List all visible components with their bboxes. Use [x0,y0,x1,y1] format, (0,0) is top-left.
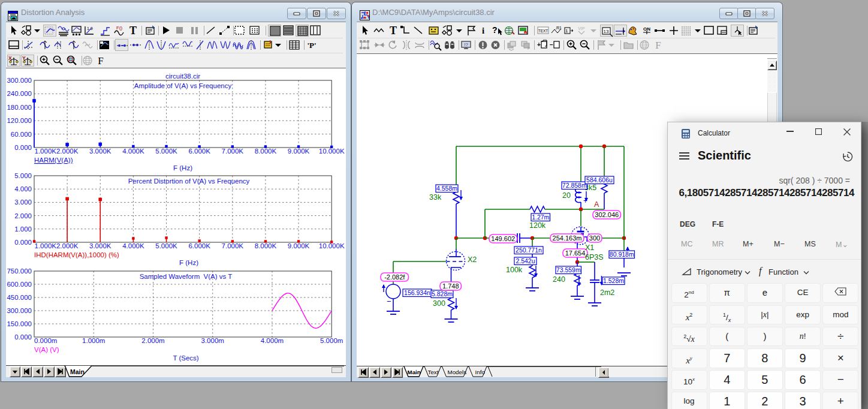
svg-text:120.000: 120.000 [7,117,32,124]
svg-text:300: 300 [433,299,445,308]
svg-text:X2: X2 [468,255,477,264]
svg-text:584.606u: 584.606u [586,176,613,184]
svg-text:1.000: 1.000 [14,225,32,233]
svg-text:750.000: 750.000 [7,267,32,275]
svg-text:−: − [387,297,391,306]
svg-text:6.000K: 6.000K [188,242,210,249]
svg-text:2.000K: 2.000K [56,148,79,155]
svg-text:2.542u: 2.542u [516,257,535,264]
svg-text:HARM(V(A)): HARM(V(A)) [34,157,73,164]
svg-text:F: F [655,40,661,51]
svg-text:302.046: 302.046 [595,211,619,218]
svg-text:F(): F() [116,25,123,31]
svg-text:300.000: 300.000 [7,77,32,84]
svg-text:−: − [550,41,553,48]
svg-text:1.27m: 1.27m [532,213,549,221]
svg-text:5.000m: 5.000m [320,337,343,344]
svg-text:250.771n: 250.771n [516,246,542,254]
svg-text:80.918m: 80.918m [610,251,634,258]
svg-text:TEXT: TEXT [538,29,548,33]
svg-text:120k: 120k [529,221,546,230]
svg-text:!?: !? [464,42,468,47]
svg-text:150.000: 150.000 [7,320,32,327]
svg-text:73.559m: 73.559m [556,266,581,273]
svg-text:10.000K: 10.000K [319,242,345,249]
svg-text:8.000K: 8.000K [255,242,277,249]
svg-text:3.000K: 3.000K [89,148,111,155]
svg-text:5.000: 5.000 [14,172,32,179]
svg-text:100k: 100k [506,266,523,274]
svg-text:9.000K: 9.000K [288,148,310,155]
svg-text:5.000K: 5.000K [155,242,177,249]
svg-text:17.654: 17.654 [565,249,586,257]
svg-text:4.000m: 4.000m [261,337,284,344]
svg-text:V(A) (V): V(A) (V) [34,346,59,353]
svg-text:4.000K: 4.000K [122,148,144,155]
svg-text:450.000: 450.000 [7,294,32,301]
svg-text:4.000K: 4.000K [122,242,144,249]
svg-text:IHD(HARM(V(A)),1000) (%): IHD(HARM(V(A)),1000) (%) [34,251,119,258]
svg-text:X1: X1 [585,243,594,252]
svg-text:600.000: 600.000 [7,281,32,288]
svg-text:7.000K: 7.000K [222,148,244,155]
svg-text:1.748: 1.748 [442,282,459,290]
svg-text:i: i [482,26,484,35]
svg-text:Amplitude of V(A) vs Frequency: Amplitude of V(A) vs Frequency [134,82,232,89]
svg-text:F: F [98,55,103,67]
svg-text:A: A [594,200,599,209]
svg-text:Text: Text [428,369,439,375]
svg-text:60.000: 60.000 [11,131,32,138]
svg-text:72.858m: 72.858m [562,182,587,189]
svg-text:0.000: 0.000 [14,333,32,341]
svg-text:240.000: 240.000 [7,90,32,97]
svg-text:1.000m: 1.000m [82,337,105,344]
svg-text:13: 13 [604,29,609,34]
svg-text:T: T [129,25,137,37]
svg-text:?: ? [492,25,498,35]
svg-text:1: 1 [565,28,568,34]
svg-text:240: 240 [553,275,565,284]
svg-text:.R1: .R1 [555,26,562,30]
svg-text:Main: Main [70,368,85,375]
svg-text:3.000: 3.000 [14,199,32,206]
svg-text:Main: Main [408,369,421,375]
svg-text:254.163m: 254.163m [553,234,582,242]
svg-text:0.000: 0.000 [14,239,32,246]
svg-text:Percent Distortion of V(A) vs: Percent Distortion of V(A) vs Frequency [128,178,250,185]
svg-text:VIP: VIP [578,26,585,31]
svg-text:T: T [390,25,397,37]
svg-text:Info: Info [475,369,486,375]
svg-text:33k: 33k [429,193,442,202]
svg-text:'P': 'P' [307,41,316,50]
svg-text:Models: Models [448,369,467,375]
svg-text:2.000m: 2.000m [141,337,164,344]
svg-text:3.000K: 3.000K [89,242,111,249]
svg-text:3.000m: 3.000m [201,337,224,344]
svg-text:2.000: 2.000 [14,212,32,219]
svg-text:300.000: 300.000 [7,307,32,314]
svg-text:156.934n: 156.934n [404,289,430,296]
svg-text:6P3S: 6P3S [585,253,604,261]
svg-text:149.602: 149.602 [491,235,515,242]
svg-text:300: 300 [589,234,600,242]
svg-text:+: + [537,41,541,48]
svg-text:4.558m: 4.558m [436,185,457,192]
svg-text:10.000K: 10.000K [319,148,345,155]
svg-text:20: 20 [562,191,571,200]
svg-text:180.000: 180.000 [7,104,32,111]
svg-text:9.000K: 9.000K [288,242,310,249]
svg-text:circuit38.cir: circuit38.cir [165,73,200,80]
svg-text:6.000K: 6.000K [188,148,210,155]
svg-text:0.000m: 0.000m [34,337,57,344]
svg-text:1.000K: 1.000K [35,148,57,155]
svg-text:5.828m: 5.828m [432,290,453,297]
svg-text:+: + [583,197,587,205]
svg-text:-2.082f: -2.082f [384,273,405,281]
svg-text:5.000K: 5.000K [155,148,177,155]
svg-text:F (Hz): F (Hz) [173,164,192,172]
svg-text:2m2: 2m2 [600,288,614,297]
svg-text:4.000: 4.000 [14,185,32,193]
svg-text:8.000K: 8.000K [255,148,277,155]
svg-text:2.000K: 2.000K [56,242,79,249]
svg-text:1.000K: 1.000K [35,242,57,249]
